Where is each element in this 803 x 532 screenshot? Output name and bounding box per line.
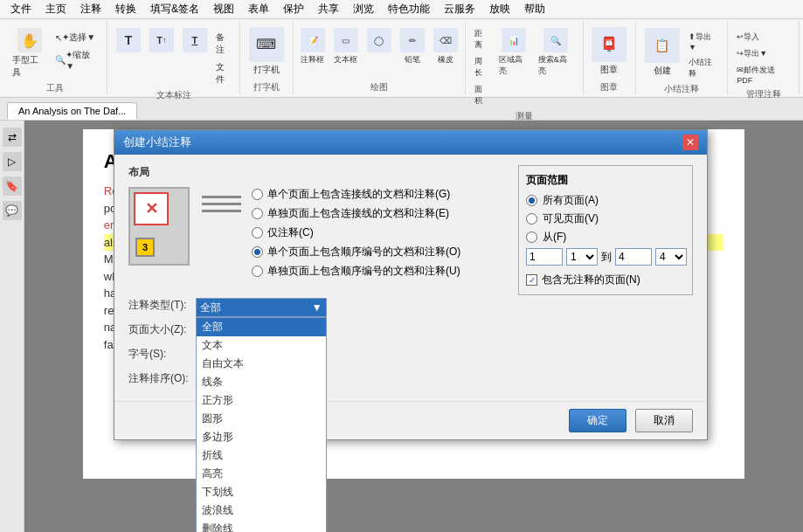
t2-icon: T↑ <box>149 28 174 52</box>
stamp-group-label: 图章 <box>600 79 618 93</box>
create-icon: 📋 <box>645 28 680 63</box>
ribbon-typewriter[interactable]: ⌨ 打字机 <box>246 25 287 78</box>
ribbon-hand-tool[interactable]: ✋ 手型工具 <box>9 26 50 80</box>
radio-label-4: 单个页面上包含顺序编号的文档和注释(O) <box>267 245 460 259</box>
dropdown-item-7[interactable]: 折线 <box>197 446 326 465</box>
tab-document[interactable]: An Analysis on The Daf... <box>7 102 137 120</box>
confirm-button[interactable]: 确定 <box>569 409 626 432</box>
ribbon-search-highlight[interactable]: 🔍 搜索&高亮 <box>535 26 578 79</box>
eraser-label: 橡皮 <box>438 54 453 66</box>
ribbon-select[interactable]: ↖ ✦选择▼ <box>52 30 101 45</box>
preview-line-2 <box>202 203 241 205</box>
ribbon: ✋ 手型工具 ↖ ✦选择▼ 🔍 ✦缩放▼ 工具 T T↑ T 备注 <box>0 19 803 98</box>
radio-item-4[interactable]: 单个页面上包含顺序编号的文档和注释(O) <box>252 245 460 259</box>
ribbon-pencil[interactable]: ✏ 铅笔 <box>397 26 428 67</box>
dropdown-item-5[interactable]: 圆形 <box>197 410 326 428</box>
menu-protect[interactable]: 保护 <box>276 0 311 18</box>
menu-convert[interactable]: 转换 <box>108 0 143 18</box>
ribbon-t2[interactable]: T↑ <box>146 26 177 56</box>
ribbon-zoom[interactable]: 🔍 ✦缩放▼ <box>52 47 101 73</box>
ribbon-import[interactable]: ↩导入 <box>733 30 793 45</box>
ribbon-annotation-box[interactable]: 📝 注释框 <box>297 26 329 67</box>
ribbon-export2[interactable]: ↪导出▼ <box>733 46 793 61</box>
include-no-annot-checkbox[interactable] <box>526 274 537 286</box>
dropdown-item-6[interactable]: 多边形 <box>197 428 326 446</box>
to-select[interactable]: 12345678910 <box>655 248 687 266</box>
ribbon-send-email[interactable]: ✉邮件发送PDF <box>733 63 793 86</box>
radio-item-1[interactable]: 单个页面上包含连接线的文档和注释(G) <box>252 187 460 202</box>
dropdown-item-11[interactable]: 删除线 <box>197 520 326 532</box>
dialog-close-button[interactable]: ✕ <box>682 135 698 150</box>
menu-help[interactable]: 帮助 <box>517 0 552 18</box>
preview-lines <box>202 187 241 212</box>
to-input[interactable] <box>615 248 652 266</box>
text-annotation-label: 文本标注 <box>156 87 191 101</box>
dropdown-item-9[interactable]: 下划线 <box>197 483 326 501</box>
ribbon-eraser[interactable]: ⌫ 橡皮 <box>430 26 461 67</box>
visible-pages-radio[interactable] <box>526 213 537 225</box>
dialog-title: 创建小结注释 <box>123 135 191 150</box>
from-row: 从(F) <box>526 230 685 245</box>
from-radio[interactable] <box>526 231 537 243</box>
radio-item-2[interactable]: 单独页面上包含连接线的文档和注释(E) <box>252 206 460 221</box>
ribbon-area-highlight[interactable]: 📊 区域高亮 <box>495 26 533 79</box>
dropdown-item-2[interactable]: 自由文本 <box>197 355 326 373</box>
dropdown-item-3[interactable]: 线条 <box>197 373 326 391</box>
layout-previews: ✕ 3 <box>128 187 241 279</box>
ribbon-perimeter[interactable]: 周长 <box>471 54 493 80</box>
typewriter-icon: ⌨ <box>249 27 284 62</box>
area-highlight-label: 区域高亮 <box>499 54 530 77</box>
ribbon-file[interactable]: 文件 <box>212 59 234 87</box>
page-range-title: 页面范围 <box>526 173 685 188</box>
ribbon-dist[interactable]: 距离 <box>471 26 493 52</box>
pencil-icon: ✏ <box>400 28 425 52</box>
menu-browse[interactable]: 浏览 <box>346 0 381 18</box>
ribbon-t1[interactable]: T <box>113 26 144 56</box>
menu-fill-sign[interactable]: 填写&签名 <box>143 0 206 18</box>
ribbon-group-create-summary: 📋 创建 ⬆导出▼ 小结注释 小结注释 <box>636 21 728 95</box>
ribbon-group-typewriter: ⌨ 打字机 打字机 <box>240 21 293 95</box>
radio-label-5: 单独页面上包含顺序编号的文档和注释(U) <box>267 264 460 279</box>
dropdown-list: 全部 文本 自由文本 线条 正方形 圆形 多边形 折线 高亮 下划线 波浪线 <box>196 317 327 532</box>
from-input[interactable] <box>526 248 563 266</box>
menu-cloud[interactable]: 云服务 <box>437 0 482 18</box>
menu-home[interactable]: 主页 <box>38 0 73 18</box>
area-highlight-icon: 📊 <box>502 28 526 52</box>
page-range-inputs: 12345678910 到 12345678910 <box>526 248 685 266</box>
tab-bar: An Analysis on The Daf... <box>0 98 803 121</box>
dropdown-arrow-icon: ▼ <box>312 301 322 314</box>
ribbon-group-manage: ↩导入 ↪导出▼ ✉邮件发送PDF 管理注释 <box>728 21 800 95</box>
cancel-button[interactable]: 取消 <box>635 409 693 432</box>
ribbon-stamp[interactable]: 📮 图章 <box>588 25 630 78</box>
dropdown-selected[interactable]: 全部 ▼ <box>196 298 327 317</box>
ribbon-shapes[interactable]: ◯ <box>363 26 395 56</box>
dropdown-item-1[interactable]: 文本 <box>197 336 326 355</box>
radio-item-3[interactable]: 仅注释(C) <box>252 225 460 240</box>
menu-file[interactable]: 文件 <box>3 0 38 18</box>
dropdown-item-10[interactable]: 波浪线 <box>197 501 326 520</box>
dropdown-item-4[interactable]: 正方形 <box>197 391 326 410</box>
dropdown-item-8[interactable]: 高亮 <box>197 465 326 483</box>
ribbon-create[interactable]: 📋 创建 <box>641 26 683 79</box>
all-pages-radio[interactable] <box>526 195 537 206</box>
menu-play[interactable]: 放映 <box>482 0 517 18</box>
ribbon-t3[interactable]: T <box>179 26 211 56</box>
menu-share[interactable]: 共享 <box>311 0 346 18</box>
summary-label: 小结注释 <box>689 57 718 79</box>
menu-view[interactable]: 视图 <box>206 0 241 18</box>
menu-feature[interactable]: 特色功能 <box>381 0 437 18</box>
eraser-icon: ⌫ <box>433 28 458 52</box>
radio-item-5[interactable]: 单独页面上包含顺序编号的文档和注释(U) <box>252 264 460 279</box>
dropdown-item-0[interactable]: 全部 <box>197 318 326 336</box>
layout-radio-group: 单个页面上包含连接线的文档和注释(G) 单独页面上包含连接线的文档和注释(E) … <box>252 187 460 279</box>
ribbon-note[interactable]: 备注 <box>212 30 234 58</box>
page-range-section: 页面范围 所有页面(A) 可见页面(V) 从(F) <box>518 165 693 295</box>
ribbon-summary-btn[interactable]: 小结注释 <box>685 55 722 81</box>
from-select[interactable]: 12345678910 <box>566 248 598 266</box>
menu-annotation[interactable]: 注释 <box>73 0 108 18</box>
ribbon-text-box[interactable]: ▭ 文本框 <box>330 26 362 67</box>
ribbon-area[interactable]: 面积 <box>471 82 493 108</box>
menu-form[interactable]: 表单 <box>241 0 276 18</box>
all-pages-row: 所有页面(A) <box>526 193 685 208</box>
ribbon-export[interactable]: ⬆导出▼ <box>685 30 722 53</box>
